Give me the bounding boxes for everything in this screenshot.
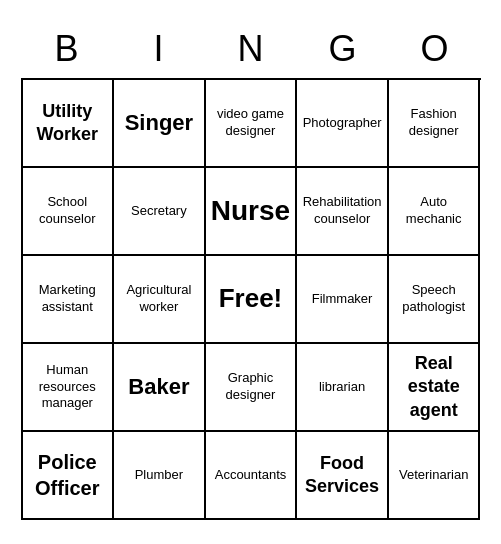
bingo-letter-i: I [113,24,205,74]
bingo-letter-n: N [205,24,297,74]
bingo-letter-o: O [389,24,481,74]
bingo-cell-4: Fashion designer [389,80,481,168]
bingo-card: BINGO Utility WorkerSingervideo game des… [11,14,491,530]
bingo-cell-10: Marketing assistant [23,256,115,344]
bingo-cell-22: Accountants [206,432,298,520]
bingo-cell-8: Rehabilitation counselor [297,168,389,256]
bingo-cell-12: Free! [206,256,298,344]
bingo-cell-2: video game designer [206,80,298,168]
bingo-cell-23: Food Services [297,432,389,520]
bingo-header: BINGO [21,24,481,74]
bingo-letter-b: B [21,24,113,74]
bingo-cell-19: Real estate agent [389,344,481,432]
bingo-cell-21: Plumber [114,432,206,520]
bingo-cell-15: Human resources manager [23,344,115,432]
bingo-cell-13: Filmmaker [297,256,389,344]
bingo-cell-24: Veterinarian [389,432,481,520]
bingo-cell-20: Police Officer [23,432,115,520]
bingo-cell-1: Singer [114,80,206,168]
bingo-cell-16: Baker [114,344,206,432]
bingo-cell-17: Graphic designer [206,344,298,432]
bingo-cell-9: Auto mechanic [389,168,481,256]
bingo-cell-0: Utility Worker [23,80,115,168]
bingo-letter-g: G [297,24,389,74]
bingo-cell-5: School counselor [23,168,115,256]
bingo-cell-7: Nurse [206,168,298,256]
bingo-cell-3: Photographer [297,80,389,168]
bingo-grid: Utility WorkerSingervideo game designerP… [21,78,481,520]
bingo-cell-18: librarian [297,344,389,432]
bingo-cell-14: Speech pathologist [389,256,481,344]
bingo-cell-11: Agricultural worker [114,256,206,344]
bingo-cell-6: Secretary [114,168,206,256]
